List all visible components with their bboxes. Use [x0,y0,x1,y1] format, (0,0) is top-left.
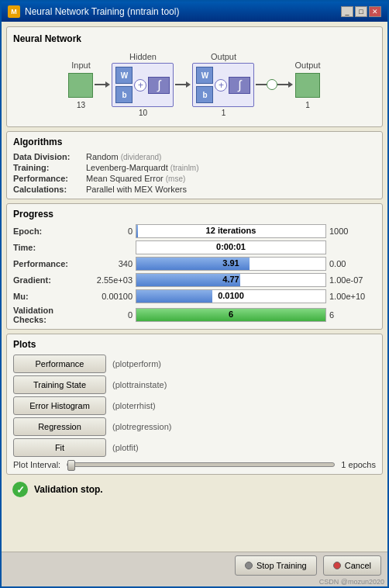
nn-final-output-label: Output [294,61,320,70]
plot-interval-value: 1 epochs [341,460,376,469]
close-button[interactable]: ✕ [369,6,381,17]
algo-row-value: Levenberg-Marquardt (trainlm) [86,163,376,172]
progress-row-current: 0 [86,227,133,236]
watermark: CSDN @mozun2020 [2,577,387,586]
conn-arrow-1 [105,81,110,88]
algo-row-value: Parallel with MEX Workers [86,185,376,194]
algo-row-value: Random (dividerand) [86,152,376,161]
progress-bar-text: 12 iterations [136,226,325,235]
cancel-label: Cancel [345,561,371,570]
nn-input-box [68,73,93,98]
nn-hidden-size: 10 [139,109,147,117]
progress-row-label: Time: [13,243,83,252]
progress-bar-text: 0:00:01 [136,242,325,251]
progress-grid: Epoch:012 iterations1000Time:0:00:01Perf… [13,224,376,324]
nn-hidden-wb: W b [115,67,133,103]
plot-button[interactable]: Performance [13,355,106,373]
nn-output-sigmoid: ∫ [229,77,250,94]
plot-button[interactable]: Error Histogram [13,396,106,415]
matlab-icon: M [8,5,20,18]
algorithms-section: Algorithms Data Division:Random (divider… [6,131,383,199]
algo-row-label: Data Division: [13,152,83,161]
algorithms-title: Algorithms [13,137,376,147]
plot-button[interactable]: Training State [13,375,106,394]
nn-hidden-b: b [115,86,133,103]
validation-stop-text: Validation stop. [34,484,103,495]
nn-hidden-label: Hidden [129,52,157,61]
progress-row-current: 340 [86,259,133,268]
algo-row-value: Mean Squared Error (mse) [86,174,376,183]
nn-hidden-sigmoid: ∫ [148,77,170,94]
plot-hint: (plottrainstate) [112,380,167,389]
conn-arrow-3 [288,81,293,88]
nn-hidden-plus: + [134,79,146,92]
progress-row-label: Validation Checks: [13,306,83,324]
nn-output-group: Output W b + ∫ 1 [192,52,254,117]
progress-bar: 6 [136,308,326,322]
progress-row-label: Gradient: [13,275,83,285]
plot-interval-slider[interactable] [67,462,335,467]
nn-arrow-1 [95,81,110,88]
progress-bar-text: 0.0100 [136,291,325,300]
nn-final-output-box [295,73,320,98]
progress-section: Progress Epoch:012 iterations1000Time:0:… [6,203,383,330]
plot-button[interactable]: Fit [13,438,106,457]
nn-output-wb: W b [196,67,213,103]
conn-line-2 [175,84,186,85]
nn-arrow-3 [256,79,293,90]
plot-row: Performance(plotperform) [13,355,376,373]
main-window: M Neural Network Training (nntrain tool)… [0,0,389,588]
plot-hint: (ploterrhist) [112,401,156,410]
bottom-bar: Stop Training Cancel [2,552,387,577]
nn-output-size: 1 [222,109,226,117]
maximize-button[interactable]: □ [355,6,367,17]
plot-interval-label: Plot Interval: [13,460,60,469]
nn-hidden-inner: W b + ∫ [112,63,174,107]
progress-row-max: 0.00 [329,259,376,268]
conn-line-3 [256,84,267,85]
progress-bar-text: 6 [136,310,325,319]
plot-row: Fit(plotfit) [13,438,376,457]
nn-output-label: Output [211,52,236,61]
progress-bar: 0:00:01 [136,240,326,254]
plot-hint: (plotperform) [112,359,161,368]
stop-training-button[interactable]: Stop Training [235,555,317,576]
validation-stop-row: ✓ Validation stop. [6,479,383,500]
check-icon: ✓ [12,482,28,497]
progress-row-label: Mu: [13,292,83,301]
progress-row-max: 1000 [329,227,376,236]
nn-input-label: Input [71,61,90,70]
progress-row-current: 0.00100 [86,292,133,301]
plot-hint: (plotregression) [112,422,171,431]
cancel-icon [333,562,341,569]
minimize-button[interactable]: _ [341,6,353,17]
progress-row-label: Performance: [13,259,83,268]
neural-network-title: Neural Network [13,33,376,44]
cancel-button[interactable]: Cancel [323,555,381,576]
window-title: Neural Network Training (nntrain tool) [25,6,179,17]
plot-button[interactable]: Regression [13,417,106,436]
conn-line-4 [277,84,288,85]
progress-bar: 3.91 [136,257,326,271]
plot-interval-row: Plot Interval: 1 epochs [13,460,376,469]
slider-thumb [67,460,75,471]
plots-section: Plots Performance(plotperform)Training S… [6,334,383,475]
progress-row-current: 0 [86,310,133,320]
nn-output-b: b [196,86,213,103]
nn-output-plus: + [215,79,227,92]
plot-hint: (plotfit) [112,443,139,452]
title-bar-left: M Neural Network Training (nntrain tool) [8,5,179,18]
nn-input-group: Input 13 [68,61,93,109]
nn-circle [267,79,277,90]
progress-bar: 12 iterations [136,224,326,238]
stop-training-icon [245,562,253,569]
nn-final-output-size: 1 [305,101,310,109]
plots-grid: Performance(plotperform)Training State(p… [13,355,376,457]
progress-bar-text: 4.77 [136,275,325,284]
algo-row-label: Performance: [13,174,83,183]
algorithms-grid: Data Division:Random (dividerand)Trainin… [13,152,376,194]
nn-arrow-2 [175,81,191,88]
nn-hidden-group: Hidden W b + ∫ 10 [112,52,174,117]
plots-title: Plots [13,339,376,350]
algo-row-label: Calculations: [13,185,83,194]
